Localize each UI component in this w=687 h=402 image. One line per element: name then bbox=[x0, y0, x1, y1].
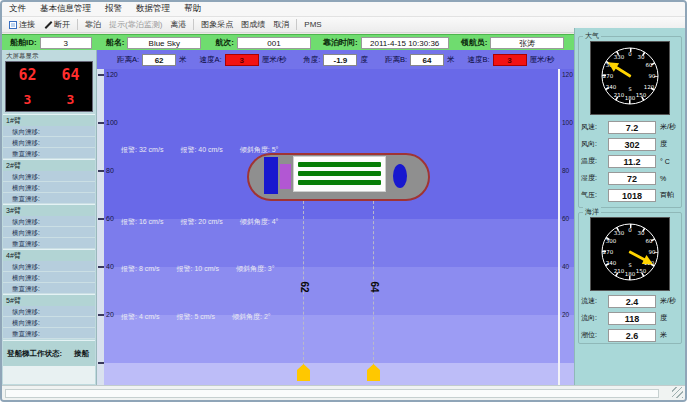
chart-band bbox=[97, 315, 574, 363]
arm-2-title: 2#臂 bbox=[3, 160, 95, 171]
ship-info-bar: 船舶ID: 3 船名: Blue Sky 航次: 001 靠泊时间: 2011-… bbox=[2, 34, 574, 50]
ship-deck bbox=[293, 156, 386, 192]
axis-tick bbox=[98, 74, 104, 76]
berthing-chart: 距离A: 62 米 速度A: 3 厘米/秒 角度: -1.9 度 距离B: 64… bbox=[97, 50, 574, 389]
arm-2-vertical-drift: 垂直漂移: bbox=[3, 193, 95, 204]
pms-button[interactable]: PMS bbox=[300, 19, 325, 30]
temperature-row: 温度: 11.2 ° C bbox=[581, 153, 679, 169]
current-direction-row: 流向: 118 度 bbox=[581, 310, 679, 326]
arm-1-vertical-drift: 垂直漂移: bbox=[3, 148, 95, 159]
speed-a-value-alarm: 3 bbox=[225, 54, 259, 66]
dist-a-label: 距离A: bbox=[117, 55, 139, 65]
ship-bow bbox=[393, 164, 407, 188]
chart-band bbox=[97, 267, 574, 315]
arm-1-lateral-drift: 横向漂移: bbox=[3, 137, 95, 148]
speed-b-label: 速度B: bbox=[467, 55, 489, 65]
ship-cabin bbox=[280, 164, 291, 189]
ship-name-label: 船名: bbox=[106, 37, 125, 48]
arm-3-longitudinal-drift: 纵向漂移: bbox=[3, 216, 95, 227]
axis-tick bbox=[98, 362, 104, 364]
svg-text:60: 60 bbox=[646, 62, 653, 68]
dist-b-unit: 米 bbox=[447, 55, 455, 65]
dist-b-value: 64 bbox=[410, 54, 444, 66]
distance-b-label: 64 bbox=[369, 282, 380, 296]
depart-button[interactable]: 离港 bbox=[166, 18, 190, 31]
svg-text:150: 150 bbox=[636, 92, 647, 98]
alarm-line-3deg: 报警: 8 cm/s报警: 10 cm/s倾斜角度: 3° bbox=[121, 264, 292, 274]
toolbar-separator bbox=[296, 19, 297, 30]
speed-b-value-alarm: 3 bbox=[493, 54, 527, 66]
big-display-title: 大屏幕显示 bbox=[4, 52, 94, 61]
svg-text:180: 180 bbox=[625, 95, 636, 101]
display-dist-a: 62 bbox=[18, 66, 36, 84]
wind-direction-gauge: 0 30 60 90 120 150 180 210 240 270 300 3… bbox=[590, 41, 670, 115]
menu-basic-info[interactable]: 基本信息管理 bbox=[33, 1, 98, 17]
wind-direction-value: 302 bbox=[608, 138, 656, 151]
arm-3-title: 3#臂 bbox=[3, 205, 95, 216]
arm-3-vertical-drift: 垂直漂移: bbox=[3, 238, 95, 249]
capture-button[interactable]: 图象采点 bbox=[197, 18, 237, 31]
menu-alarm[interactable]: 报警 bbox=[98, 1, 129, 17]
alarm-line-4deg: 报警: 16 cm/s报警: 20 cm/s倾斜角度: 4° bbox=[121, 217, 295, 227]
pressure-value: 1018 bbox=[608, 189, 656, 202]
menu-data[interactable]: 数据管理 bbox=[129, 1, 177, 17]
dist-b-label: 距离B: bbox=[385, 55, 407, 65]
cancel-button[interactable]: 取消 bbox=[269, 18, 293, 31]
voyage-field[interactable]: 001 bbox=[237, 37, 311, 49]
arm-2-longitudinal-drift: 纵向漂移: bbox=[3, 171, 95, 182]
axis-label-80: 80 bbox=[106, 167, 126, 174]
arm-group-3: 3#臂 纵向漂移: 横向漂移: 垂直漂移: bbox=[3, 204, 95, 248]
tide-level-value: 2.6 bbox=[608, 329, 656, 342]
atmosphere-title: 大气 bbox=[583, 31, 601, 41]
pilot-field[interactable]: 张涛 bbox=[490, 37, 564, 49]
angle-unit: 度 bbox=[360, 55, 368, 65]
tide-level-row: 潮位: 2.6 米 bbox=[581, 327, 679, 343]
svg-text:180: 180 bbox=[625, 271, 636, 277]
pilot-label: 领航员: bbox=[461, 37, 488, 48]
arm-5-lateral-drift: 横向漂移: bbox=[3, 317, 95, 328]
berth-button[interactable]: 靠泊 bbox=[81, 18, 105, 31]
current-direction-gauge: 0 30 60 90 120 150 180 210 240 270 300 3… bbox=[590, 217, 670, 291]
svg-text:120: 120 bbox=[644, 84, 655, 90]
humidity-row: 湿度: 72 % bbox=[581, 170, 679, 186]
deck-stripe bbox=[298, 171, 381, 176]
gangway-status-label: 登船梯工作状态: bbox=[7, 349, 62, 359]
ship-id-field[interactable]: 3 bbox=[40, 37, 92, 49]
wind-direction-row: 风向: 302 度 bbox=[581, 136, 679, 152]
arm-group-2: 2#臂 纵向漂移: 横向漂移: 垂直漂移: bbox=[3, 159, 95, 203]
display-dist-b: 64 bbox=[61, 66, 79, 84]
tips-button: 提示(靠泊监测) bbox=[105, 18, 166, 31]
svg-text:0: 0 bbox=[628, 227, 632, 233]
deck-stripe bbox=[298, 162, 381, 167]
result-button[interactable]: 图成绩 bbox=[237, 18, 269, 31]
svg-text:330: 330 bbox=[614, 54, 625, 60]
axis-tick bbox=[98, 170, 104, 172]
axis-label-100: 100 bbox=[106, 119, 126, 126]
arm-5-vertical-drift: 垂直漂移: bbox=[3, 328, 95, 339]
disconnect-button[interactable]: 断开 bbox=[39, 18, 74, 31]
svg-text:30: 30 bbox=[638, 230, 645, 236]
display-speed-b: 3 bbox=[67, 92, 75, 107]
connect-button[interactable]: 连接 bbox=[5, 18, 39, 31]
measure-bar: 距离A: 62 米 速度A: 3 厘米/秒 角度: -1.9 度 距离B: 64… bbox=[97, 50, 574, 69]
toolbar-separator bbox=[77, 19, 78, 30]
deck-stripe bbox=[298, 180, 381, 185]
big-display-group: 大屏幕显示 62 64 3 3 bbox=[4, 52, 94, 112]
left-axis bbox=[97, 69, 104, 389]
svg-text:90: 90 bbox=[649, 249, 656, 255]
resize-grip[interactable] bbox=[672, 387, 683, 398]
menu-file[interactable]: 文件 bbox=[2, 1, 33, 17]
atmosphere-group: 大气 0 30 60 90 120 150 180 210 240 270 30… bbox=[578, 36, 682, 208]
connect-label: 连接 bbox=[19, 19, 35, 30]
menu-help[interactable]: 帮助 bbox=[177, 1, 208, 17]
ship-id-label: 船舶ID: bbox=[10, 37, 37, 48]
svg-text:240: 240 bbox=[606, 84, 617, 90]
berth-time-field[interactable]: 2011-4-15 10:30:36 bbox=[361, 37, 449, 49]
speed-a-label: 速度A: bbox=[200, 55, 222, 65]
svg-text:90: 90 bbox=[649, 73, 656, 79]
svg-text:60: 60 bbox=[646, 238, 653, 244]
app-window: 文件 基本信息管理 报警 数据管理 帮助 连接 断开 靠泊 提示(靠泊监测) 离… bbox=[0, 0, 687, 402]
pressure-row: 气压: 1018 百帕 bbox=[581, 187, 679, 203]
arm-5-longitudinal-drift: 纵向漂移: bbox=[3, 306, 95, 317]
ship-name-field[interactable]: Blue Sky bbox=[127, 37, 201, 49]
